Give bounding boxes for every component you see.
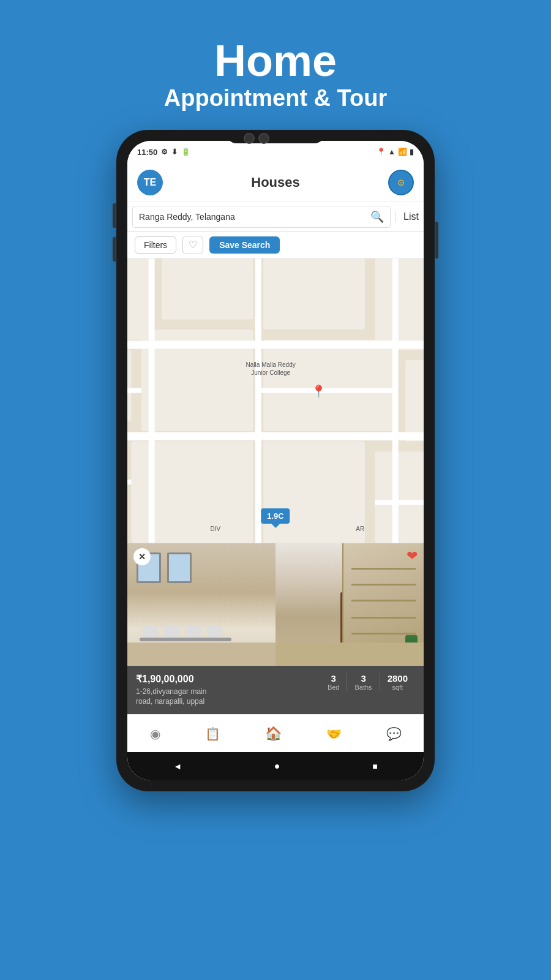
volume-button-1 [113,203,116,228]
stair4 [351,617,416,619]
favorite-button[interactable]: ❤ [407,548,418,564]
filters-button[interactable]: Filters [135,236,176,254]
heart-icon: ♡ [189,239,197,251]
android-back-button[interactable]: ◄ [173,761,182,771]
chair2 [164,625,179,638]
map-location-pin: 📍 [311,384,326,399]
nav-item-agents[interactable]: 🤝 [321,724,347,744]
svg-rect-5 [127,350,131,421]
save-search-button[interactable]: Save Search [209,236,280,254]
nav-item-home[interactable]: 🏠 [260,723,287,744]
interior-left [127,543,276,666]
app-title: Houses [251,175,299,190]
settings-icon: ⚙ [161,148,168,156]
property-card[interactable]: ✕ ❤ ₹1,90,00,000 1-26,divyanagar main ro… [127,543,424,715]
android-nav: ◄ ● ■ [127,752,424,780]
nav-item-schedule[interactable]: 📋 [200,724,225,744]
window2 [167,552,192,583]
phone-frame: 11:50 ⚙ ⬇ 🔋 📍 ▲ 📶 ▮ TE Houses ⊙ [116,130,435,791]
svg-rect-3 [263,258,365,330]
svg-rect-12 [375,451,424,543]
svg-rect-2 [162,258,253,320]
property-price: ₹1,90,00,000 [136,673,313,685]
list-button[interactable]: List [395,211,419,222]
property-specs: 3 Bed 3 Baths 2800 sqft [320,673,415,692]
android-recent-button[interactable]: ■ [372,761,377,771]
svg-rect-8 [405,360,424,442]
map-area[interactable]: Nalla Malla Reddy Junior College 📍 DIV A… [127,258,424,543]
camera-right [258,133,269,144]
home-nav-icon: 🏠 [265,726,282,742]
signal-icon: 📶 [398,148,407,156]
property-details-left: ₹1,90,00,000 1-26,divyanagar main road, … [136,673,313,707]
map-label-ar: AR [356,526,364,532]
power-button [435,222,438,258]
svg-rect-7 [263,340,395,431]
map-price-badge[interactable]: 1.9C [261,508,290,524]
floor-right [276,643,424,666]
schedule-nav-icon: 📋 [205,726,220,741]
download-icon: ⬇ [171,148,178,156]
avatar-profile[interactable]: ⊙ [388,170,414,195]
profile-initials: ⊙ [397,178,405,187]
property-address: 1-26,divyanagar main road, narapalli, up… [136,687,313,707]
table-surface [140,638,231,641]
camera-left [244,133,255,144]
status-right: 📍 ▲ 📶 ▮ [377,148,414,156]
android-home-button[interactable]: ● [274,761,280,772]
status-time: 11:50 [137,148,157,157]
bed-spec: 3 Bed [320,673,347,691]
favorites-button[interactable]: ♡ [182,236,203,254]
battery-right-icon: ▮ [410,148,414,156]
stair5 [351,633,416,635]
agents-nav-icon: 🤝 [326,726,342,741]
search-icon[interactable]: 🔍 [370,210,384,224]
map-place-name: Nalla Malla Reddy Junior College [246,361,296,377]
filter-bar: Filters ♡ Save Search [127,232,424,258]
volume-button-2 [113,237,116,262]
map-label-div: DIV [211,526,221,532]
map-svg [127,258,424,543]
stair1 [351,568,416,570]
bath-spec: 3 Baths [347,673,379,691]
svg-rect-4 [375,258,424,350]
stair2 [351,584,416,586]
chair3 [186,625,201,638]
messages-nav-icon: 💬 [386,726,402,741]
search-location-text: Ranga Reddy, Telangana [139,212,370,222]
search-input-area[interactable]: Ranga Reddy, Telangana 🔍 [132,206,391,228]
close-button[interactable]: ✕ [133,548,151,565]
app-header: TE Houses ⊙ [127,163,424,202]
search-nav-icon: ◉ [150,726,160,741]
phone-notch [227,130,324,143]
search-bar: Ranga Reddy, Telangana 🔍 List [127,202,424,232]
property-image: ✕ ❤ [127,543,424,666]
chair4 [207,625,222,638]
svg-rect-11 [263,442,365,543]
chair1 [143,625,158,638]
phone-screen: 11:50 ⚙ ⬇ 🔋 📍 ▲ 📶 ▮ TE Houses ⊙ [127,141,424,780]
page-subtitle: Appointment & Tour [0,85,551,111]
nav-item-messages[interactable]: 💬 [381,724,407,744]
avatar-te[interactable]: TE [137,170,163,195]
page-header: Home Appointment & Tour [0,0,551,130]
floor-left [127,643,276,666]
svg-rect-1 [127,258,152,340]
nav-item-search[interactable]: ◉ [145,724,165,744]
bottom-nav: ◉ 📋 🏠 🤝 💬 [127,714,424,752]
status-left: 11:50 ⚙ ⬇ 🔋 [137,148,190,157]
stair3 [351,600,416,601]
interior-right [276,543,424,666]
page-title: Home [0,37,551,85]
status-bar: 11:50 ⚙ ⬇ 🔋 📍 ▲ 📶 ▮ [127,141,424,163]
property-info: ₹1,90,00,000 1-26,divyanagar main road, … [127,666,424,715]
sqft-spec: 2800 sqft [380,673,415,691]
wifi-icon: ▲ [388,148,395,156]
location-icon: 📍 [377,148,386,156]
battery-icon: 🔋 [181,148,190,156]
